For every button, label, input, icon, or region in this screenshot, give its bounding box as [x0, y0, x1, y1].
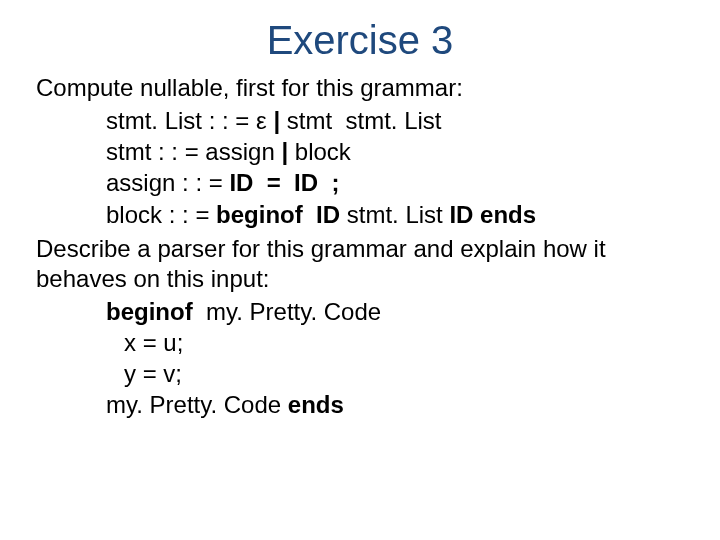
rule-lhs: block: [106, 201, 162, 228]
epsilon: ε: [256, 107, 267, 134]
stmt: x = u;: [124, 329, 183, 356]
rule-rhs-b: stmt. List: [345, 107, 441, 134]
lead-text: Compute nullable, first for this grammar…: [36, 73, 684, 103]
rule-assign: assign : : = ID = ID ;: [106, 167, 684, 198]
code-line-4: my. Pretty. Code ends: [106, 389, 684, 420]
code-line-2: x = u;: [106, 327, 684, 358]
slide-title: Exercise 3: [36, 18, 684, 63]
rule-rhs-a: assign: [205, 138, 274, 165]
ident: my. Pretty. Code: [206, 298, 381, 325]
follow-text: Describe a parser for this grammar and e…: [36, 234, 684, 294]
rule-op: : : =: [182, 169, 223, 196]
code-line-3: y = v;: [106, 358, 684, 389]
terminal-id: ID: [449, 201, 473, 228]
grammar-rules: stmt. List : : = ε | stmt stmt. List stm…: [106, 105, 684, 230]
rule-mid: stmt. List: [347, 201, 443, 228]
terminal-beginof: beginof: [216, 201, 303, 228]
bar: |: [273, 107, 280, 134]
terminal-id: ID: [229, 169, 253, 196]
terminal-id: ID: [316, 201, 340, 228]
rule-op: : : =: [169, 201, 210, 228]
kw-ends: ends: [288, 391, 344, 418]
terminal-semi: ;: [331, 169, 339, 196]
terminal-id: ID: [294, 169, 318, 196]
bar: |: [281, 138, 288, 165]
rule-stmt: stmt : : = assign | block: [106, 136, 684, 167]
kw-beginof: beginof: [106, 298, 193, 325]
rule-lhs: assign: [106, 169, 175, 196]
stmt: y = v;: [124, 360, 182, 387]
rule-block: block : : = beginof ID stmt. List ID end…: [106, 199, 684, 230]
terminal-ends: ends: [480, 201, 536, 228]
ident: my. Pretty. Code: [106, 391, 281, 418]
rule-stmtlist: stmt. List : : = ε | stmt stmt. List: [106, 105, 684, 136]
terminal-eq: =: [267, 169, 281, 196]
input-code: beginof my. Pretty. Code x = u; y = v; m…: [106, 296, 684, 421]
code-line-1: beginof my. Pretty. Code: [106, 296, 684, 327]
slide-body: Compute nullable, first for this grammar…: [36, 73, 684, 421]
rule-lhs: stmt: [106, 138, 151, 165]
rule-rhs-a: stmt: [287, 107, 332, 134]
rule-op: : : =: [209, 107, 250, 134]
rule-op: : : =: [158, 138, 199, 165]
rule-rhs-b: block: [295, 138, 351, 165]
rule-lhs: stmt. List: [106, 107, 202, 134]
slide: Exercise 3 Compute nullable, first for t…: [0, 0, 720, 540]
